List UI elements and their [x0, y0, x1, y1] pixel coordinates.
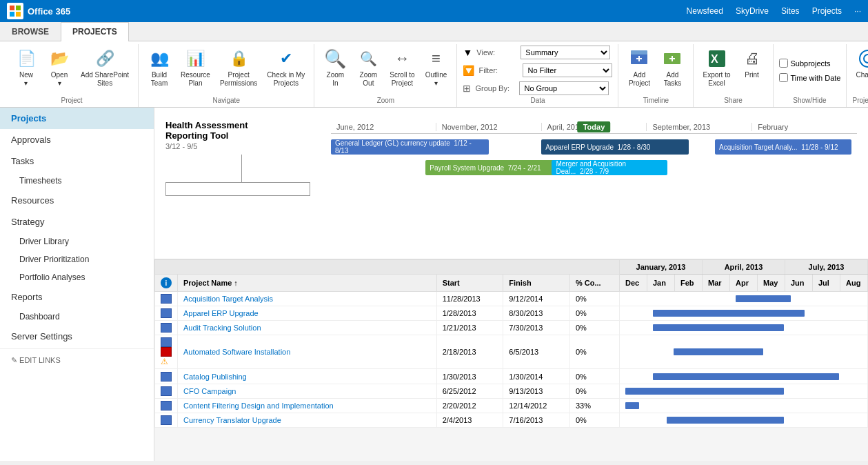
top-bar-nav: Newsfeed SkyDrive Sites Projects ···	[687, 6, 861, 16]
sidebar-item-projects[interactable]: Projects	[0, 108, 154, 129]
office-logo[interactable]: Office 365	[7, 3, 70, 19]
time-with-date-checkbox[interactable]	[779, 73, 788, 82]
time-with-date-checkbox-label[interactable]: Time with Date	[779, 73, 841, 82]
nav-newsfeed[interactable]: Newsfeed	[687, 6, 723, 16]
change-button[interactable]: Change	[852, 46, 868, 81]
project-link-5[interactable]: Catalog Publishing	[183, 373, 247, 381]
sidebar-item-approvals[interactable]: Approvals	[0, 129, 154, 150]
subprojects-checkbox[interactable]	[779, 59, 788, 68]
filter-select[interactable]: No Filter	[523, 63, 612, 77]
add-sharepoint-button[interactable]: 🔗 Add SharePointSites	[77, 46, 132, 90]
new-icon: 📄	[15, 48, 37, 70]
svg-rect-5	[631, 50, 647, 55]
start-cell-8: 2/4/2013	[436, 413, 503, 427]
th-finish[interactable]: Finish	[503, 275, 570, 292]
print-button[interactable]: 🖨 Print	[737, 46, 767, 81]
sidebar-subitem-driver-library[interactable]: Driver Library	[0, 232, 154, 250]
open-button[interactable]: 📂 Open▾	[44, 46, 74, 90]
th-start[interactable]: Start	[436, 275, 503, 292]
finish-cell-4: 6/5/2013	[503, 335, 570, 369]
print-label: Print	[745, 71, 759, 79]
edit-links[interactable]: ✎ EDIT LINKS	[0, 350, 154, 370]
project-row-icon	[161, 401, 172, 410]
pct-cell-4: 0%	[569, 335, 619, 369]
nav-more[interactable]: ···	[854, 6, 861, 16]
gantt-bar-merger[interactable]: Merger and Acquisition Deal... 2/28 - 7/…	[552, 160, 667, 175]
pct-cell-8: 0%	[569, 413, 619, 427]
ribbon-group-share-content: X Export toExcel 🖨 Print	[699, 46, 767, 95]
project-row-icon	[161, 386, 172, 396]
sidebar-item-server-settings[interactable]: Server Settings	[0, 326, 154, 347]
filter-label: Filter:	[478, 66, 520, 75]
gantt-bar-acquisition[interactable]: Acquisition Target Analy... 11/28 - 9/12	[715, 139, 851, 155]
gantt-cell-5	[620, 369, 868, 384]
sidebar-subitem-dashboard[interactable]: Dashboard	[0, 308, 154, 326]
sidebar-subitem-portfolio-analyses[interactable]: Portfolio Analyses	[0, 268, 154, 286]
gantt-bar-gl[interactable]: General Ledger (GL) currency update 1/12…	[331, 139, 489, 155]
tab-browse[interactable]: BROWSE	[0, 22, 61, 41]
nav-projects[interactable]: Projects	[812, 6, 842, 16]
outline-button[interactable]: ≡ Outline▾	[421, 46, 451, 90]
zoom-in-button[interactable]: 🔍 ZoomIn	[320, 46, 350, 90]
th-project-name[interactable]: Project Name ↑	[178, 275, 437, 292]
svg-rect-3	[16, 12, 21, 17]
project-name-cell: Apparel ERP Upgrade	[178, 306, 437, 321]
project-link-1[interactable]: Acquisition Target Analysis	[183, 295, 273, 303]
tab-bar: BROWSE PROJECTS	[0, 22, 868, 41]
project-link-6[interactable]: CFO Campaign	[183, 387, 236, 395]
view-select[interactable]: Summary	[521, 46, 610, 59]
project-name-cell: Content Filtering Design and Implementat…	[178, 398, 437, 413]
project-link-3[interactable]: Audit Tracking Solution	[183, 324, 261, 332]
project-link-2[interactable]: Apparel ERP Upgrade	[183, 309, 259, 317]
nav-skydrive[interactable]: SkyDrive	[736, 6, 769, 16]
ribbon-group-share: X Export toExcel 🖨 Print Share	[694, 44, 773, 107]
sidebar-item-strategy[interactable]: Strategy	[0, 211, 154, 232]
sidebar-subitem-driver-prioritization[interactable]: Driver Prioritization	[0, 250, 154, 268]
groupby-label: Group By:	[475, 84, 516, 92]
scroll-icon: ↔	[391, 48, 413, 70]
project-link-8[interactable]: Currency Translator Upgrade	[183, 416, 281, 424]
gantt-bar-apparel[interactable]: Apparel ERP Upgrade 1/28 - 8/30	[541, 139, 689, 155]
export-excel-icon: X	[706, 48, 728, 70]
build-team-button[interactable]: 👥 BuildTeam	[144, 46, 174, 90]
today-marker: Today	[578, 121, 611, 132]
groupby-select[interactable]: No Group	[519, 81, 609, 95]
sidebar-item-resources[interactable]: Resources	[0, 190, 154, 211]
zoom-out-icon: 🔍	[357, 48, 379, 70]
project-row-icon	[161, 323, 172, 333]
sidebar-item-tasks[interactable]: Tasks	[0, 150, 154, 172]
warning-icon: ⚠	[161, 357, 168, 366]
finish-cell-8: 7/16/2013	[503, 413, 570, 427]
row-icon-cell	[155, 292, 178, 306]
outline-icon: ≡	[425, 48, 447, 70]
resource-plan-button[interactable]: 📊 ResourcePlan	[177, 46, 214, 90]
sidebar-subitem-timesheets[interactable]: Timesheets	[0, 172, 154, 190]
zoom-out-button[interactable]: 🔍 ZoomOut	[353, 46, 383, 90]
change-label: Change	[856, 71, 868, 79]
tab-projects[interactable]: PROJECTS	[61, 22, 129, 41]
check-in-projects-button[interactable]: ✔ Check in MyProjects	[263, 46, 308, 90]
new-button[interactable]: 📄 New▾	[11, 46, 41, 90]
resource-plan-label: ResourcePlan	[181, 71, 210, 88]
th-pct[interactable]: % Co...	[569, 275, 619, 292]
add-tasks-button[interactable]: AddTasks	[657, 46, 687, 90]
open-icon: 📂	[48, 48, 70, 70]
timeline-month-5: February	[752, 123, 857, 131]
pct-cell-1: 0%	[569, 292, 619, 306]
scroll-to-project-button[interactable]: ↔ Scroll toProject	[386, 46, 418, 90]
data-groupby-row: ⊞ Group By: No Group	[463, 81, 609, 95]
ribbon-group-data-label: Data	[463, 95, 612, 104]
export-excel-button[interactable]: X Export toExcel	[699, 46, 734, 90]
nav-sites[interactable]: Sites	[781, 6, 800, 16]
ribbon-group-project-type-content: Change	[852, 46, 868, 95]
timeline-project-info: Health AssessmentReporting Tool 3/12 - 9…	[165, 120, 331, 199]
subprojects-checkbox-label[interactable]: Subprojects	[779, 59, 831, 68]
project-link-4[interactable]: Automated Software Installation	[183, 348, 290, 356]
ribbon-group-project-type: Change Project Type	[847, 44, 868, 107]
project-permissions-button[interactable]: 🔒 ProjectPermissions	[216, 46, 261, 90]
sidebar-item-reports[interactable]: Reports	[0, 286, 154, 308]
project-link-7[interactable]: Content Filtering Design and Implementat…	[183, 402, 334, 410]
add-project-button[interactable]: AddProject	[624, 46, 654, 90]
ribbon-group-zoom-content: 🔍 ZoomIn 🔍 ZoomOut ↔ Scroll toProject ≡ …	[320, 46, 451, 95]
row-icon-cell	[155, 413, 178, 427]
